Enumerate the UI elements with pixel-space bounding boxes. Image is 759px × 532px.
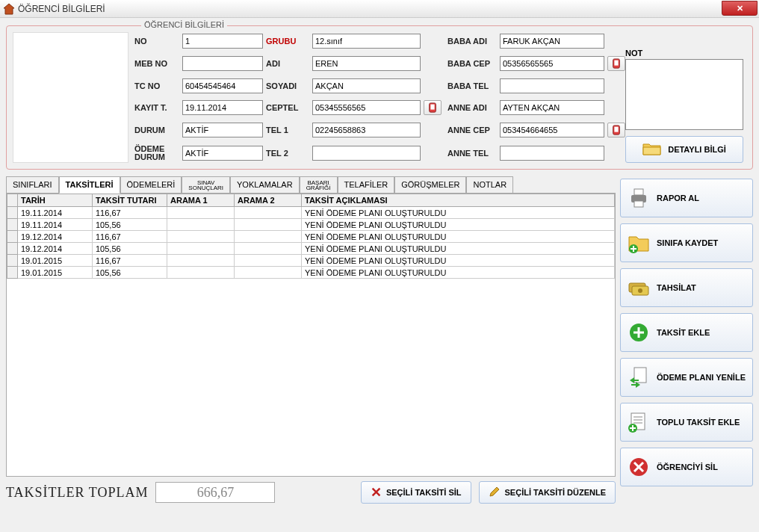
- tab-g-r-meler[interactable]: GÖRÜŞMELER: [394, 176, 466, 194]
- input-soyadi[interactable]: [312, 78, 421, 93]
- label-no: NO: [134, 37, 179, 46]
- tab--demeleri-[interactable]: ÖDEMELERİ: [120, 176, 182, 194]
- label-babaadi: BABA ADI: [447, 37, 497, 46]
- label-mebno: MEB NO: [134, 59, 179, 68]
- input-tel2[interactable]: [312, 146, 421, 161]
- tab-telafi-ler[interactable]: TELAFİLER: [338, 176, 395, 194]
- label-babatel: BABA TEL: [447, 81, 497, 90]
- label-ceptel: CEPTEL: [266, 103, 309, 112]
- input-adi[interactable]: [312, 56, 421, 71]
- input-babaadi[interactable]: [500, 34, 604, 49]
- refresh-doc-icon: [627, 365, 651, 389]
- tab-yoklamalar[interactable]: YOKLAMALAR: [230, 176, 300, 194]
- report-button[interactable]: RAPOR AL: [620, 179, 753, 217]
- input-no[interactable]: [182, 34, 263, 49]
- label-annetel: ANNE TEL: [447, 149, 497, 158]
- label-odemedurum: ÖDEME DURUM: [134, 145, 179, 161]
- phone-button-babacep[interactable]: [607, 56, 625, 71]
- svg-rect-9: [634, 201, 643, 207]
- input-mebno[interactable]: [182, 56, 263, 71]
- svg-rect-6: [614, 127, 618, 132]
- label-grubu: GRUBU: [266, 37, 309, 46]
- detail-info-button[interactable]: DETAYLI BİLGİ: [625, 136, 743, 163]
- add-installment-button[interactable]: TAKSİT EKLE: [620, 313, 753, 352]
- delete-selected-button[interactable]: ✕ SEÇİLİ TAKSİTİ SİL: [361, 481, 471, 504]
- input-annetel[interactable]: [500, 146, 604, 161]
- renew-plan-button[interactable]: ÖDEME PLANI YENİLE: [620, 358, 753, 397]
- input-annecep[interactable]: [500, 123, 604, 137]
- input-anneadi[interactable]: [500, 100, 604, 115]
- input-babatel[interactable]: [500, 78, 604, 93]
- bulk-installment-label: TOPLU TAKSİT EKLE: [657, 418, 740, 427]
- total-label: TAKSİTLER TOPLAM: [6, 485, 148, 501]
- app-window: ÖĞRENCİ BİLGİLERİ ✕ ÖĞRENCİ BİLGİLERİ NO…: [0, 0, 759, 532]
- table-row[interactable]: 19.01.2015116,67YENİ ÖDEME PLANI OLUŞTUR…: [7, 255, 615, 267]
- table-row[interactable]: 19.12.2014105,56YENİ ÖDEME PLANI OLUŞTUR…: [7, 243, 615, 255]
- tab-siniflari[interactable]: SINIFLARI: [6, 176, 59, 194]
- delete-selected-label: SEÇİLİ TAKSİTİ SİL: [386, 488, 462, 497]
- window-close-button[interactable]: ✕: [722, 1, 758, 16]
- payment-button[interactable]: TAHSİLAT: [620, 268, 753, 307]
- printer-icon: [627, 186, 651, 210]
- side-buttons: RAPOR AL SINIFA KAYDET TAHSİLAT TAKSİT E…: [620, 176, 753, 504]
- folder-plus-icon: [627, 231, 651, 255]
- textarea-not[interactable]: [625, 59, 743, 130]
- save-class-label: SINIFA KAYDET: [657, 238, 718, 247]
- save-class-button[interactable]: SINIFA KAYDET: [620, 223, 753, 262]
- delete-student-button[interactable]: ÖĞRENCİYİ SİL: [620, 448, 753, 486]
- note-box: NOT DETAYLI BİLGİ: [625, 49, 743, 163]
- titlebar: ÖĞRENCİ BİLGİLERİ ✕: [0, 0, 759, 18]
- tab-notlar[interactable]: NOTLAR: [466, 176, 513, 194]
- label-kayitt: KAYIT T.: [134, 103, 179, 112]
- renew-plan-label: ÖDEME PLANI YENİLE: [657, 373, 746, 382]
- grid-taksitler[interactable]: TARİHTAKSİT TUTARIARAMA 1ARAMA 2TAKSİT A…: [6, 193, 616, 477]
- folder-icon: [642, 141, 662, 158]
- plus-circle-icon: [627, 321, 651, 344]
- edit-selected-label: SEÇİLİ TAKSİTİ DÜZENLE: [505, 488, 606, 497]
- svg-rect-8: [634, 189, 643, 195]
- bottom-bar: TAKSİTLER TOPLAM 666,67 ✕ SEÇİLİ TAKSİTİ…: [6, 481, 616, 504]
- table-row[interactable]: 19.12.2014116,67YENİ ÖDEME PLANI OLUŞTUR…: [7, 231, 615, 243]
- phone-button-annecep[interactable]: [607, 123, 625, 137]
- input-babacep[interactable]: [500, 56, 604, 71]
- report-label: RAPOR AL: [657, 194, 699, 202]
- input-kayitt[interactable]: [182, 100, 263, 115]
- input-tcno[interactable]: [182, 78, 263, 93]
- label-soyadi: SOYADI: [266, 81, 309, 90]
- input-ceptel[interactable]: [312, 100, 421, 115]
- input-grubu[interactable]: [312, 34, 421, 49]
- phone-button-ceptel[interactable]: [424, 100, 442, 115]
- input-tel1[interactable]: [312, 123, 421, 137]
- table-row[interactable]: 19.11.2014116,67YENİ ÖDEME PLANI OLUŞTUR…: [7, 207, 615, 219]
- tab-ba-ari-grafi-i-[interactable]: BAŞARIGRAFİĞİ: [300, 176, 338, 194]
- tab-strip: SINIFLARITAKSİTLERİÖDEMELERİSINAVSONUÇLA…: [6, 176, 616, 193]
- bulk-installment-button[interactable]: TOPLU TAKSİT EKLE: [620, 403, 753, 442]
- groupbox-legend: ÖĞRENCİ BİLGİLERİ: [141, 20, 227, 29]
- x-circle-icon: [627, 455, 651, 479]
- table-row[interactable]: 19.11.2014105,56YENİ ÖDEME PLANI OLUŞTUR…: [7, 219, 615, 231]
- label-tel1: TEL 1: [266, 126, 309, 134]
- student-info-groupbox: ÖĞRENCİ BİLGİLERİ NO GRUBU BABA ADI MEB …: [6, 25, 753, 170]
- tab-panel: SINIFLARITAKSİTLERİÖDEMELERİSINAVSONUÇLA…: [6, 176, 616, 504]
- pencil-icon: [489, 486, 501, 499]
- input-durum[interactable]: [182, 123, 263, 137]
- detail-info-label: DETAYLI BİLGİ: [668, 145, 726, 154]
- student-photo: [13, 32, 128, 163]
- tab-sinav-sonu-lari[interactable]: SINAVSONUÇLARI: [182, 176, 230, 194]
- edit-selected-button[interactable]: SEÇİLİ TAKSİTİ DÜZENLE: [479, 481, 616, 504]
- label-anneadi: ANNE ADI: [447, 103, 497, 112]
- table-row[interactable]: 19.01.2015105,56YENİ ÖDEME PLANI OLUŞTUR…: [7, 267, 615, 279]
- content-area: ÖĞRENCİ BİLGİLERİ NO GRUBU BABA ADI MEB …: [0, 18, 759, 532]
- label-tcno: TC NO: [134, 81, 179, 90]
- svg-rect-2: [614, 60, 618, 65]
- svg-marker-0: [4, 4, 14, 14]
- list-plus-icon: [627, 410, 651, 434]
- label-durum: DURUM: [134, 126, 179, 134]
- app-icon: [3, 3, 15, 15]
- money-icon: [627, 276, 651, 300]
- delete-student-label: ÖĞRENCİYİ SİL: [657, 463, 718, 471]
- label-babacep: BABA CEP: [447, 59, 497, 68]
- add-installment-label: TAKSİT EKLE: [657, 328, 710, 337]
- input-odemedurum[interactable]: [182, 146, 263, 161]
- tab-taksi-tleri-[interactable]: TAKSİTLERİ: [59, 176, 120, 194]
